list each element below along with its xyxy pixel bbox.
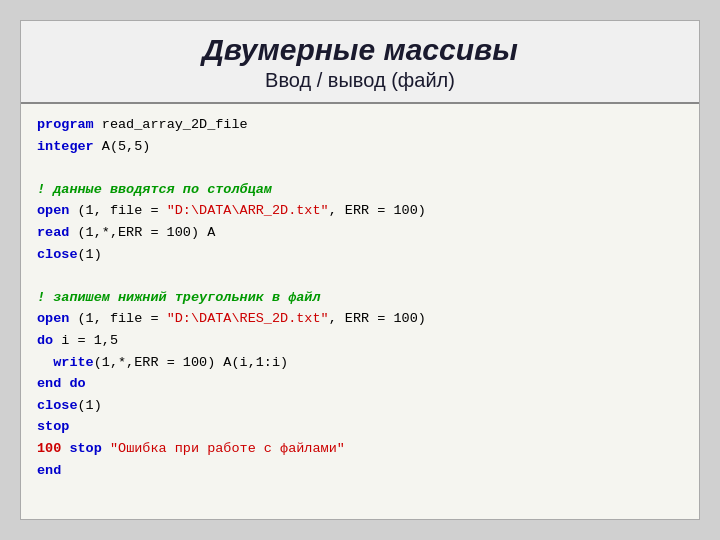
code-line-7: close(1)	[37, 244, 683, 266]
code-line-comment1: ! данные вводятся по столбцам	[37, 179, 683, 201]
header: Двумерные массивы Ввод / вывод (файл)	[21, 21, 699, 102]
code-line-16: 100 stop "Ошибка при работе с файлами"	[37, 438, 683, 460]
code-line-comment2: ! запишем нижний треугольник в файл	[37, 287, 683, 309]
code-line-10: open (1, file = "D:\DATA\RES_2D.txt", ER…	[37, 308, 683, 330]
code-line-5: open (1, file = "D:\DATA\ARR_2D.txt", ER…	[37, 200, 683, 222]
code-line-blank1	[37, 157, 683, 179]
title-sub: Ввод / вывод (файл)	[41, 69, 679, 92]
slide: Двумерные массивы Ввод / вывод (файл) pr…	[20, 20, 700, 520]
code-area: program read_array_2D_file integer A(5,5…	[21, 104, 699, 519]
code-line-1: program read_array_2D_file	[37, 114, 683, 136]
code-line-11: do i = 1,5	[37, 330, 683, 352]
title-main: Двумерные массивы	[41, 33, 679, 67]
code-line-17: end	[37, 460, 683, 482]
code-line-13: end do	[37, 373, 683, 395]
code-line-2: integer A(5,5)	[37, 136, 683, 158]
code-line-blank2	[37, 265, 683, 287]
code-line-12: write(1,*,ERR = 100) A(i,1:i)	[37, 352, 683, 374]
code-line-15: stop	[37, 416, 683, 438]
code-line-14: close(1)	[37, 395, 683, 417]
code-line-6: read (1,*,ERR = 100) A	[37, 222, 683, 244]
